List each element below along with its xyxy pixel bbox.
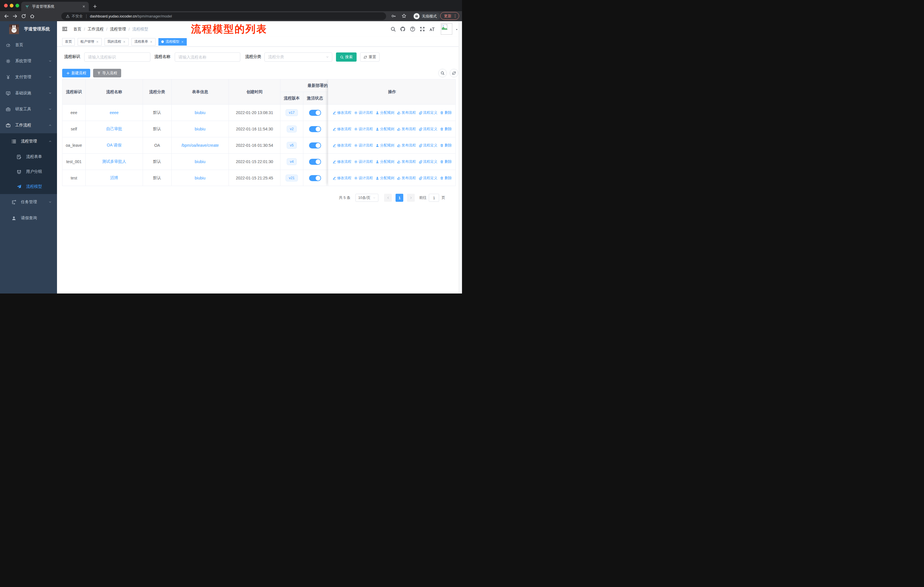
tag-流程模型[interactable]: 流程模型 [158,38,187,46]
import-process-button[interactable]: 导入流程 [93,69,121,78]
process-definition-link[interactable]: 流程定义 [419,121,437,137]
sidebar-item-payment[interactable]: 支付管理 [0,69,57,85]
traffic-light-close[interactable] [4,4,8,7]
design-process-link[interactable]: 设计流程 [354,137,373,153]
sidebar-item-home[interactable]: 首页 [0,37,57,53]
process-definition-link[interactable]: 流程定义 [419,105,437,121]
breadcrumb-item[interactable]: 流程管理 [110,26,126,32]
sidebar-item-workflow[interactable]: 工作流程 [0,117,57,133]
sidebar-item-process-model[interactable]: 流程模型 [0,179,57,194]
publish-process-link[interactable]: 发布流程 [397,137,416,153]
breadcrumb-item[interactable]: 工作流程 [87,26,104,32]
tab-close-icon[interactable] [82,5,85,8]
forward-icon[interactable] [13,14,18,19]
home-icon[interactable] [30,14,35,19]
active-toggle[interactable] [309,175,321,181]
search-button[interactable]: 搜索 [336,53,356,62]
sidebar-item-process-form[interactable]: 流程表单 [0,149,57,164]
sidebar-item-devtools[interactable]: 研发工具 [0,101,57,117]
sidebar-item-process-mgmt[interactable]: 流程管理 [0,133,57,149]
delete-link[interactable]: 删除 [440,137,452,153]
header-search-icon[interactable] [390,26,396,32]
active-toggle[interactable] [309,159,321,165]
avatar-caret-down-icon[interactable] [455,28,458,31]
sidebar-collapse-icon[interactable] [62,26,68,32]
assign-rule-link[interactable]: 分配规则 [376,137,394,153]
process-name-link[interactable]: OA 请假 [107,143,121,148]
goto-page-input[interactable] [429,194,439,202]
delete-link[interactable]: 删除 [440,170,452,186]
edit-process-link[interactable]: 修改流程 [333,105,351,121]
form-info-link[interactable]: /bpm/oa/leave/create [181,143,219,147]
page-size-select[interactable]: 10条/页 [355,194,378,202]
breadcrumb-item[interactable]: 首页 [73,26,81,32]
create-process-button[interactable]: 新建流程 [62,69,90,78]
back-icon[interactable] [4,14,9,19]
edit-process-link[interactable]: 修改流程 [333,154,351,170]
process-key-input[interactable] [84,53,150,62]
assign-rule-link[interactable]: 分配规则 [376,121,394,137]
prev-page-button[interactable] [384,194,392,202]
browser-menu-icon[interactable] [453,14,457,18]
publish-process-link[interactable]: 发布流程 [397,105,416,121]
process-name-link[interactable]: 自己审批 [106,126,122,132]
help-icon[interactable] [410,26,415,32]
tag-close-icon[interactable] [123,40,126,43]
font-size-icon[interactable] [429,26,435,32]
assign-rule-link[interactable]: 分配规则 [376,105,394,121]
delete-link[interactable]: 删除 [440,121,452,137]
process-name-link[interactable]: eeee [110,110,119,115]
edit-process-link[interactable]: 修改流程 [333,170,351,186]
reload-icon[interactable] [21,14,26,19]
reset-button[interactable]: 重置 [360,53,380,62]
new-tab-button[interactable] [93,4,97,8]
form-info-link[interactable]: biubiu [195,127,205,131]
delete-link[interactable]: 删除 [440,105,452,121]
update-button[interactable]: 更新 [440,12,459,20]
traffic-light-zoom[interactable] [15,4,19,7]
sidebar-item-task-mgmt[interactable]: 任务管理 [0,194,57,210]
process-definition-link[interactable]: 流程定义 [419,154,437,170]
design-process-link[interactable]: 设计流程 [354,154,373,170]
tag-流程表单[interactable]: 流程表单 [132,38,155,46]
sidebar-item-leave-query[interactable]: 请假查询 [0,210,57,226]
process-name-link[interactable]: 滔博 [110,175,118,180]
current-page-button[interactable]: 1 [396,194,403,202]
github-icon[interactable] [400,26,406,32]
assign-rule-link[interactable]: 分配规则 [376,154,394,170]
bookmark-star-icon[interactable] [402,13,406,18]
next-page-button[interactable] [407,194,415,202]
tag-我的流程[interactable]: 我的流程 [104,38,129,46]
sidebar-item-infra[interactable]: 基础设施 [0,85,57,101]
active-toggle[interactable] [309,142,321,149]
tag-close-icon[interactable] [181,40,184,43]
tag-首页[interactable]: 首页 [62,38,75,46]
assign-rule-link[interactable]: 分配规则 [376,170,394,186]
edit-process-link[interactable]: 修改流程 [333,121,351,137]
sidebar-item-user-group[interactable]: 用户分组 [0,164,57,179]
edit-process-link[interactable]: 修改流程 [333,137,351,153]
traffic-light-minimize[interactable] [10,4,13,7]
form-info-link[interactable]: biubiu [195,159,205,164]
fullscreen-icon[interactable] [420,26,425,32]
url-bar[interactable]: 不安全 dashboard.yudao.iocoder.cn/bpm/manag… [61,12,386,20]
sidebar-logo-row[interactable]: 芋道管理系统 [0,21,57,37]
process-name-input[interactable] [175,53,240,62]
design-process-link[interactable]: 设计流程 [354,121,373,137]
active-toggle[interactable] [309,126,321,132]
form-info-link[interactable]: biubiu [195,110,205,115]
design-process-link[interactable]: 设计流程 [354,105,373,121]
process-definition-link[interactable]: 流程定义 [419,170,437,186]
publish-process-link[interactable]: 发布流程 [397,154,416,170]
tag-租户管理[interactable]: 租户管理 [78,38,102,46]
user-avatar[interactable] [441,23,452,35]
page-scrollbar[interactable] [459,21,462,293]
tag-close-icon[interactable] [150,40,153,43]
sidebar-item-system[interactable]: 系统管理 [0,53,57,69]
process-name-link[interactable]: 测试多审批人 [102,159,126,164]
refresh-table-button[interactable] [450,69,458,78]
delete-link[interactable]: 删除 [440,154,452,170]
tag-close-icon[interactable] [96,40,99,43]
process-category-select[interactable]: 流程分类 [264,53,332,62]
publish-process-link[interactable]: 发布流程 [397,121,416,137]
